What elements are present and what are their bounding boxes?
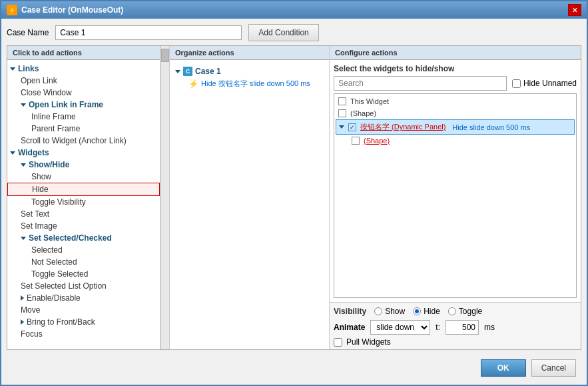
toggle-selected-label: Toggle Selected xyxy=(31,269,88,279)
sidebar-item-inline-frame[interactable]: Inline Frame xyxy=(7,111,160,123)
radio-show-label: Show xyxy=(385,307,405,316)
search-row: Hide Unnamed xyxy=(334,76,577,91)
right-panel-inner: Select the widgets to hide/show Hide Unn… xyxy=(330,60,581,349)
right-panel: Configure actions Select the widgets to … xyxy=(330,46,581,349)
sidebar-item-set-image[interactable]: Set Image xyxy=(7,220,160,232)
sidebar-item-open-link-frame[interactable]: Open Link in Frame xyxy=(7,99,160,111)
scroll-widget-label: Scroll to Widget (Anchor Link) xyxy=(21,136,127,145)
configure-subheader: Select the widgets to hide/show xyxy=(334,64,577,73)
window-close-button[interactable]: ✕ xyxy=(568,4,581,16)
window-icon: ⚡ xyxy=(7,5,17,15)
sidebar-item-links[interactable]: Links xyxy=(7,63,160,75)
radio-hide-label: Hide xyxy=(424,307,440,316)
case-node-label: Case 1 xyxy=(195,67,221,76)
widget-row-dynamic-panel[interactable]: ✓ 按钮名字 (Dynamic Panel) Hide slide down 5… xyxy=(336,119,575,135)
sidebar-item-toggle-visibility[interactable]: Toggle Visibility xyxy=(7,196,160,208)
middle-panel: Organize actions C Case 1 ⚡ Hide 按钮名字 sl… xyxy=(170,46,330,349)
widget-row-shape2[interactable]: (Shape) xyxy=(336,135,575,147)
sidebar-item-parent-frame[interactable]: Parent Frame xyxy=(7,123,160,135)
ok-button[interactable]: OK xyxy=(481,359,526,377)
radio-toggle[interactable]: Toggle xyxy=(448,307,482,316)
action-item[interactable]: ⚡ Hide 按钮名字 slide down 500 ms xyxy=(172,77,326,90)
sidebar-item-show-hide[interactable]: Show/Hide xyxy=(7,159,160,171)
hide-unnamed-text: Hide Unnamed xyxy=(523,79,577,88)
shape2-checkbox[interactable] xyxy=(352,137,360,145)
widgets-label: Widgets xyxy=(18,148,49,157)
move-label: Move xyxy=(21,305,40,315)
sidebar-item-set-text[interactable]: Set Text xyxy=(7,208,160,220)
radio-show[interactable]: Show xyxy=(374,307,405,316)
bring-front-back-label: Bring to Front/Back xyxy=(27,317,95,327)
hide-unnamed-checkbox[interactable] xyxy=(512,79,521,88)
cancel-button[interactable]: Cancel xyxy=(531,359,576,377)
config-bottom: Visibility Show Hide Toggl xyxy=(330,302,581,349)
sidebar-item-set-selected-list[interactable]: Set Selected List Option xyxy=(7,280,160,292)
sidebar-item-toggle-selected[interactable]: Toggle Selected xyxy=(7,268,160,280)
action-text: Hide 按钮名字 slide down 500 ms xyxy=(201,79,310,89)
show-hide-label: Show/Hide xyxy=(29,160,69,169)
shape2-name: (Shape) xyxy=(364,137,390,145)
sidebar-item-open-link[interactable]: Open Link xyxy=(7,75,160,87)
this-widget-name: This Widget xyxy=(350,97,389,105)
case-tree: C Case 1 ⚡ Hide 按钮名字 slide down 500 ms xyxy=(170,63,329,93)
pull-widgets-checkbox[interactable] xyxy=(334,338,342,347)
widgets-expand-icon xyxy=(10,151,15,155)
dynamic-panel-action: Hide slide down 500 ms xyxy=(452,123,530,131)
set-selected-label: Set Selected/Checked xyxy=(29,233,112,243)
pull-widgets-label: Pull Widgets xyxy=(346,337,391,347)
content-area: Case Name Add Condition Click to add act… xyxy=(1,19,587,385)
this-widget-checkbox[interactable] xyxy=(338,97,346,105)
shape1-name: (Shape) xyxy=(350,109,376,117)
hide-label: Hide xyxy=(32,185,49,194)
shape1-checkbox[interactable] xyxy=(338,109,346,117)
bring-front-back-expand-icon xyxy=(21,319,24,325)
animate-row: Animate slide down slide up fade none t:… xyxy=(334,320,577,335)
show-label: Show xyxy=(31,172,51,181)
add-condition-button[interactable]: Add Condition xyxy=(248,24,318,41)
radio-toggle-btn[interactable] xyxy=(448,307,456,315)
links-expand-icon xyxy=(10,67,15,71)
t-input[interactable] xyxy=(445,320,479,335)
sidebar-item-set-selected[interactable]: Set Selected/Checked xyxy=(7,232,160,244)
hide-unnamed-label: Hide Unnamed xyxy=(512,79,577,88)
radio-hide[interactable]: Hide xyxy=(413,307,440,316)
radio-show-btn[interactable] xyxy=(374,307,382,315)
sidebar-item-widgets[interactable]: Widgets xyxy=(7,147,160,159)
window-title: Case Editor (OnMouseOut) xyxy=(21,5,123,15)
widget-row-this[interactable]: This Widget xyxy=(336,95,575,107)
open-link-frame-label: Open Link in Frame xyxy=(29,100,103,109)
enable-disable-label: Enable/Disable xyxy=(27,293,81,303)
sidebar-item-enable-disable[interactable]: Enable/Disable xyxy=(7,292,160,304)
sidebar-item-move[interactable]: Move xyxy=(7,304,160,316)
inline-frame-label: Inline Frame xyxy=(31,112,76,121)
sidebar-item-close-window[interactable]: Close Window xyxy=(7,87,160,99)
ms-label: ms xyxy=(484,323,495,332)
focus-label: Focus xyxy=(21,329,43,339)
search-input[interactable] xyxy=(334,76,507,91)
selected-label: Selected xyxy=(31,245,63,255)
top-bar: Case Name Add Condition xyxy=(7,24,581,41)
sidebar-item-bring-front-back[interactable]: Bring to Front/Back xyxy=(7,316,160,328)
sidebar-item-hide[interactable]: Hide xyxy=(7,183,160,196)
sidebar-item-selected[interactable]: Selected xyxy=(7,244,160,256)
sidebar-item-not-selected[interactable]: Not Selected xyxy=(7,256,160,268)
parent-frame-label: Parent Frame xyxy=(31,124,80,133)
animate-select[interactable]: slide down slide up fade none xyxy=(370,320,430,335)
bottom-buttons: OK Cancel xyxy=(7,354,581,379)
sidebar-item-show[interactable]: Show xyxy=(7,171,160,183)
radio-toggle-label: Toggle xyxy=(459,307,482,316)
sidebar-item-scroll-widget[interactable]: Scroll to Widget (Anchor Link) xyxy=(7,135,160,147)
case-icon: C xyxy=(183,67,192,76)
case-name-input[interactable] xyxy=(55,25,242,40)
widget-row-shape1[interactable]: (Shape) xyxy=(336,107,575,119)
set-text-label: Set Text xyxy=(21,209,49,219)
case-node[interactable]: C Case 1 xyxy=(172,65,326,77)
open-link-label: Open Link xyxy=(21,76,57,85)
sidebar-item-focus[interactable]: Focus xyxy=(7,328,160,340)
widget-list: This Widget (Shape) ✓ 按钮名字 ( xyxy=(334,93,577,298)
panels-row: Click to add actions Links Open Link Clo… xyxy=(7,45,581,350)
t-label: t: xyxy=(436,323,440,332)
set-selected-expand-icon xyxy=(21,237,26,240)
dynamic-panel-checkbox[interactable]: ✓ xyxy=(348,123,356,131)
radio-hide-btn[interactable] xyxy=(413,307,421,315)
